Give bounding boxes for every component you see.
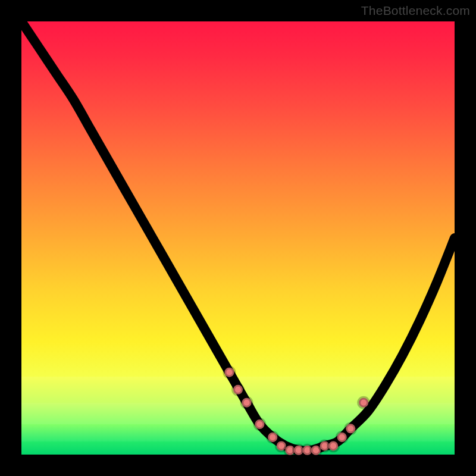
chart-frame: TheBottleneck.com [0, 0, 476, 476]
chart-plot-area [21, 21, 455, 455]
highlight-dot [337, 433, 347, 442]
highlight-dot [346, 424, 355, 433]
highlight-dot [268, 433, 277, 442]
highlight-dot [242, 398, 252, 408]
highlight-dot [328, 441, 338, 450]
highlight-dot [233, 385, 243, 394]
highlight-dot [359, 398, 368, 408]
chart-svg [21, 21, 455, 455]
watermark-text: TheBottleneck.com [361, 4, 470, 18]
highlight-dot [224, 368, 234, 377]
highlight-dot [255, 419, 264, 429]
